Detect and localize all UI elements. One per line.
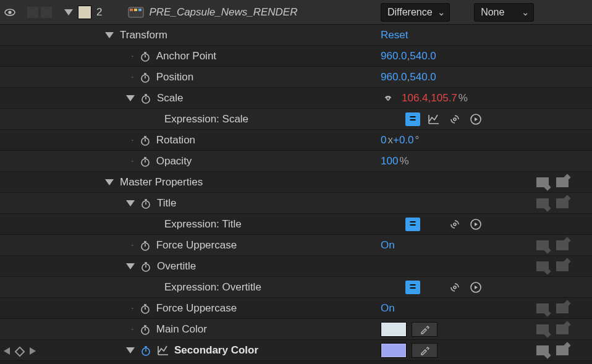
opacity-row: · Opacity 100% <box>0 151 592 172</box>
twirl-down-icon[interactable] <box>105 179 114 185</box>
prev-keyframe-button[interactable] <box>4 345 10 358</box>
composition-icon <box>128 6 144 19</box>
expression-menu-icon[interactable] <box>468 112 483 126</box>
add-keyframe-dot[interactable]: · <box>131 323 134 336</box>
twirl-down-icon[interactable] <box>126 95 135 101</box>
label-color-swatch[interactable] <box>78 6 91 19</box>
stopwatch-icon[interactable] <box>139 134 151 146</box>
push-master-icon[interactable] <box>556 177 569 187</box>
add-keyframe-dot[interactable]: · <box>131 155 134 167</box>
force-uppercase-value[interactable]: On <box>381 239 395 252</box>
expression-enable-toggle[interactable] <box>405 112 420 126</box>
constrain-link-icon[interactable] <box>381 94 395 103</box>
pull-master-icon[interactable] <box>536 177 549 187</box>
expression-enable-toggle[interactable] <box>405 218 420 231</box>
layer-header-row: 2 PRE_Capsule_News_RENDER Difference ⌄ N… <box>0 0 592 25</box>
property-label: Position <box>156 71 193 83</box>
push-master-icon[interactable] <box>556 198 569 208</box>
stopwatch-icon[interactable] <box>139 50 151 62</box>
property-label: Title <box>157 197 177 210</box>
add-keyframe-dot[interactable]: · <box>131 134 134 146</box>
title-expression-row: Expression: Title <box>0 214 592 235</box>
main-color-swatch[interactable] <box>381 322 407 337</box>
expression-menu-icon[interactable] <box>468 281 483 294</box>
pull-master-icon[interactable] <box>536 261 549 271</box>
overtitle-expression-row: Expression: Overtitle <box>0 277 592 298</box>
anchor-x-value[interactable]: 960.0 <box>381 50 407 62</box>
twirl-down-icon[interactable] <box>126 200 135 206</box>
solo-toggle[interactable] <box>27 7 38 18</box>
lock-toggle[interactable] <box>41 7 52 18</box>
push-master-icon[interactable] <box>556 303 569 313</box>
position-row: · Position 960.0,540.0 <box>0 67 592 88</box>
stopwatch-icon[interactable] <box>140 260 152 273</box>
push-master-icon[interactable] <box>556 261 569 271</box>
pull-master-icon[interactable] <box>536 198 549 208</box>
layer-name[interactable]: PRE_Capsule_News_RENDER <box>144 6 381 19</box>
property-label: Force Uppercase <box>156 239 237 252</box>
preserve-transparency-toggle[interactable] <box>456 6 468 19</box>
pick-whip-icon[interactable] <box>447 281 462 294</box>
stopwatch-icon[interactable] <box>139 323 151 336</box>
secondary-color-swatch[interactable] <box>381 343 407 358</box>
pull-master-icon[interactable] <box>536 303 549 313</box>
push-master-icon[interactable] <box>556 324 569 334</box>
graph-icon[interactable] <box>156 344 171 357</box>
add-keyframe-dot[interactable]: · <box>131 239 134 252</box>
add-keyframe-dot[interactable]: · <box>131 50 134 62</box>
twirl-down-icon[interactable] <box>64 9 73 15</box>
next-keyframe-button[interactable] <box>30 345 36 358</box>
rotation-turns[interactable]: 0 <box>381 134 386 146</box>
add-keyframe-dot[interactable]: · <box>131 302 134 315</box>
add-keyframe-dot[interactable]: · <box>131 71 134 83</box>
pull-master-icon[interactable] <box>536 324 549 334</box>
position-x-value[interactable]: 960.0 <box>381 71 407 83</box>
svg-point-1 <box>8 11 11 14</box>
stopwatch-icon[interactable] <box>139 71 151 83</box>
master-properties-label: Master Properties <box>120 176 203 188</box>
rotation-degrees[interactable]: +0.0 <box>393 134 414 146</box>
expression-menu-icon[interactable] <box>468 218 483 231</box>
title-row: Title <box>0 193 592 214</box>
opacity-value[interactable]: 100 <box>381 155 398 167</box>
position-y-value[interactable]: 540.0 <box>410 71 436 83</box>
pull-master-icon[interactable] <box>536 345 549 355</box>
reset-button[interactable]: Reset <box>381 29 408 41</box>
stopwatch-icon[interactable] <box>139 302 151 315</box>
twirl-down-icon[interactable] <box>126 263 135 269</box>
pick-whip-icon[interactable] <box>447 112 462 126</box>
pull-master-icon[interactable] <box>536 240 549 250</box>
twirl-down-icon[interactable] <box>105 32 114 38</box>
visibility-eye-icon[interactable] <box>4 8 16 17</box>
transform-group-row: Transform Reset <box>0 25 592 46</box>
stopwatch-icon[interactable] <box>140 92 152 104</box>
scale-y-value[interactable]: 105.7 <box>431 92 457 104</box>
scale-x-value[interactable]: 106.4 <box>402 92 428 104</box>
add-keyframe-button[interactable] <box>15 347 25 357</box>
rotation-unit: ° <box>415 134 420 146</box>
eyedropper-button[interactable] <box>412 343 438 358</box>
stopwatch-icon[interactable] <box>139 239 151 252</box>
expression-enable-toggle[interactable] <box>405 281 420 294</box>
anchor-y-value[interactable]: 540.0 <box>410 50 436 62</box>
svg-rect-4 <box>134 9 137 11</box>
force-uppercase-value[interactable]: On <box>381 302 395 315</box>
opacity-unit: % <box>399 155 408 167</box>
expression-label: Expression: Title <box>164 218 242 231</box>
pick-whip-icon[interactable] <box>447 218 462 231</box>
blend-mode-dropdown[interactable]: Difference ⌄ <box>381 3 450 22</box>
transform-label: Transform <box>120 29 167 41</box>
push-master-icon[interactable] <box>556 240 569 250</box>
stopwatch-icon[interactable] <box>140 197 152 210</box>
stopwatch-icon[interactable] <box>139 155 151 167</box>
graph-icon[interactable] <box>426 112 441 126</box>
stopwatch-icon[interactable] <box>140 344 152 357</box>
secondary-color-row: Secondary Color <box>0 340 592 361</box>
eyedropper-button[interactable] <box>412 322 438 337</box>
push-master-icon[interactable] <box>556 345 569 355</box>
twirl-down-icon[interactable] <box>126 347 135 353</box>
property-label: Anchor Point <box>156 50 216 62</box>
track-matte-dropdown[interactable]: None ⌄ <box>474 3 534 22</box>
blend-mode-value: Difference <box>387 7 433 18</box>
property-label: Force Uppercase <box>156 302 237 315</box>
